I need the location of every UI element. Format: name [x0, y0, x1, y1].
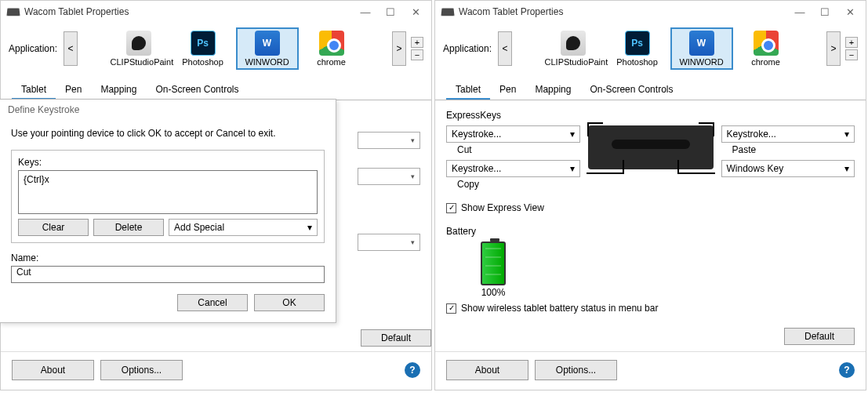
- ok-button[interactable]: OK: [254, 294, 325, 311]
- tab-pen[interactable]: Pen: [490, 79, 525, 100]
- tablet-hardware-diagram: [588, 125, 714, 169]
- app-add-button[interactable]: +: [411, 37, 423, 48]
- keys-input[interactable]: {Ctrl}x: [18, 170, 318, 214]
- key-bottomleft-value: Copy: [446, 177, 580, 194]
- window-right: Wacom Tablet Properties — ☐ ✕ Applicatio…: [434, 0, 866, 390]
- express-keys-heading: ExpressKeys: [446, 110, 855, 121]
- wacom-logo-icon: [6, 8, 20, 16]
- checkbox-icon: ✓: [446, 303, 456, 314]
- app-scroll-right[interactable]: >: [392, 31, 406, 66]
- app-winword[interactable]: WWINWORD: [236, 27, 299, 70]
- battery-percent: 100%: [446, 287, 540, 298]
- key-bottomright-dropdown[interactable]: Windows Key▾: [721, 160, 855, 177]
- express-key-row-top: Keystroke...▾ Cut Keystroke...▾ Copy Key…: [446, 125, 855, 194]
- help-icon[interactable]: ?: [839, 362, 855, 378]
- dialog-title: Define Keystroke: [0, 100, 336, 120]
- close-button[interactable]: ✕: [403, 4, 428, 20]
- word-icon: W: [689, 31, 714, 56]
- options-button[interactable]: Options...: [535, 360, 617, 380]
- tab-bar: Tablet Pen Mapping On-Screen Controls: [435, 79, 866, 100]
- show-battery-checkbox[interactable]: ✓ Show wireless tablet battery status in…: [446, 303, 855, 314]
- app-chrome[interactable]: chrome: [300, 27, 363, 70]
- photoshop-icon: Ps: [191, 31, 216, 56]
- window-left: Wacom Tablet Properties — ☐ ✕ Applicatio…: [0, 0, 432, 390]
- content-area: ExpressKeys Keystroke...▾ Cut Keystroke.…: [435, 100, 866, 351]
- app-photoshop[interactable]: PsPhotoshop: [606, 27, 669, 70]
- app-winword[interactable]: WWINWORD: [670, 27, 733, 70]
- name-input[interactable]: Cut: [11, 266, 325, 283]
- content-area: ▾ ▾ ▾ Define Keystroke Use your pointing…: [1, 100, 431, 351]
- keys-label: Keys:: [18, 157, 318, 168]
- delete-button[interactable]: Delete: [93, 219, 164, 236]
- chrome-icon: [319, 31, 344, 56]
- tab-pen[interactable]: Pen: [56, 79, 91, 100]
- battery-icon: [481, 242, 506, 285]
- maximize-button[interactable]: ☐: [378, 4, 403, 20]
- bg-combo-3[interactable]: ▾: [358, 234, 420, 251]
- checkbox-icon: ✓: [446, 203, 456, 213]
- chrome-icon: [754, 31, 779, 56]
- app-photoshop[interactable]: PsPhotoshop: [172, 27, 234, 70]
- bg-combo-2[interactable]: ▾: [358, 168, 420, 185]
- cancel-button[interactable]: Cancel: [177, 294, 248, 311]
- footer: About Options... ?: [435, 351, 866, 390]
- app-scroll-left[interactable]: <: [498, 31, 512, 66]
- define-keystroke-dialog: Define Keystroke Use your pointing devic…: [0, 99, 336, 323]
- help-icon[interactable]: ?: [405, 362, 420, 378]
- options-button[interactable]: Options...: [100, 360, 183, 380]
- application-selector: Application: < CLIPStudioPaint PsPhotosh…: [435, 23, 866, 74]
- app-scroll-left[interactable]: <: [64, 31, 78, 66]
- clear-button[interactable]: Clear: [18, 219, 89, 236]
- minimize-button[interactable]: —: [353, 4, 378, 20]
- add-special-dropdown[interactable]: Add Special▾: [169, 219, 318, 236]
- battery-section: Battery 100% ✓ Show wireless tablet batt…: [446, 223, 855, 318]
- key-topleft-dropdown[interactable]: Keystroke...▾: [446, 125, 580, 143]
- application-label: Application:: [443, 43, 492, 54]
- application-selector: Application: < CLIPStudioPaint PsPhotosh…: [1, 23, 431, 74]
- app-clipstudio[interactable]: CLIPStudioPaint: [542, 27, 605, 70]
- footer: About Options... ?: [1, 351, 431, 390]
- tab-onscreen[interactable]: On-Screen Controls: [580, 79, 682, 100]
- show-express-view-checkbox[interactable]: ✓ Show Express View: [446, 202, 855, 213]
- dialog-instruction: Use your pointing device to click OK to …: [11, 128, 325, 139]
- window-title: Wacom Tablet Properties: [459, 6, 787, 17]
- bg-combo-1[interactable]: ▾: [358, 132, 420, 149]
- name-label: Name:: [11, 252, 325, 263]
- app-scroll-right[interactable]: >: [826, 31, 841, 66]
- app-clipstudio[interactable]: CLIPStudioPaint: [107, 27, 170, 70]
- about-button[interactable]: About: [446, 360, 528, 380]
- about-button[interactable]: About: [12, 360, 94, 380]
- titlebar: Wacom Tablet Properties — ☐ ✕: [1, 1, 431, 23]
- default-button[interactable]: Default: [361, 329, 431, 347]
- tab-bar: Tablet Pen Mapping On-Screen Controls: [1, 79, 431, 100]
- titlebar: Wacom Tablet Properties — ☐ ✕: [435, 1, 866, 23]
- window-title: Wacom Tablet Properties: [24, 6, 353, 17]
- tab-tablet[interactable]: Tablet: [12, 79, 56, 100]
- clipstudio-icon: [126, 31, 151, 56]
- tab-onscreen[interactable]: On-Screen Controls: [146, 79, 248, 100]
- tab-tablet[interactable]: Tablet: [446, 79, 490, 100]
- app-chrome[interactable]: chrome: [735, 27, 797, 70]
- photoshop-icon: Ps: [625, 31, 650, 56]
- minimize-button[interactable]: —: [787, 4, 812, 20]
- wacom-logo-icon: [441, 8, 454, 16]
- close-button[interactable]: ✕: [837, 4, 863, 20]
- application-label: Application:: [9, 43, 57, 54]
- key-topright-value: Paste: [721, 143, 855, 160]
- key-topright-dropdown[interactable]: Keystroke...▾: [721, 125, 855, 143]
- word-icon: W: [255, 31, 280, 56]
- tab-mapping[interactable]: Mapping: [525, 79, 580, 100]
- battery-heading: Battery: [446, 226, 855, 237]
- app-remove-button[interactable]: −: [411, 49, 423, 60]
- app-remove-button[interactable]: −: [845, 49, 858, 60]
- keys-group: Keys: {Ctrl}x Clear Delete Add Special▾: [11, 150, 325, 243]
- maximize-button[interactable]: ☐: [812, 4, 837, 20]
- default-button[interactable]: Default: [784, 328, 855, 345]
- clipstudio-icon: [561, 31, 586, 56]
- tab-mapping[interactable]: Mapping: [91, 79, 146, 100]
- app-add-button[interactable]: +: [845, 37, 858, 48]
- key-topleft-value: Cut: [446, 143, 580, 160]
- key-bottomleft-dropdown[interactable]: Keystroke...▾: [446, 160, 580, 177]
